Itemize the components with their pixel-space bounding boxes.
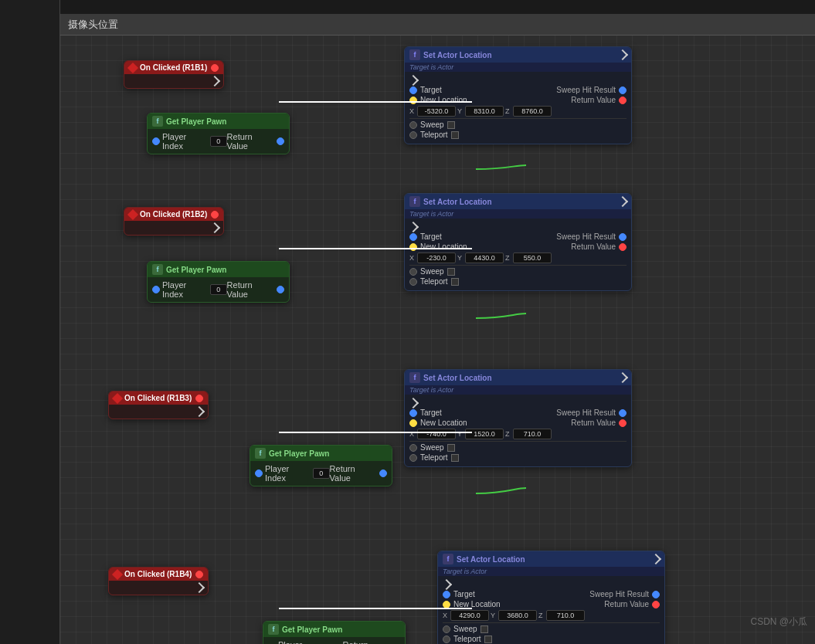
set-actor-2-target-label: Target [420,232,442,241]
set-actor-2-y-label: Y [457,254,464,262]
on-clicked-4-exec [195,584,203,591]
set-actor-2-teleport-row: Teleport [409,277,627,286]
on-clicked-1-node: On Clicked (R1B1) [124,60,224,89]
set-actor-1-sweep-row: Sweep [409,120,627,129]
set-actor-3-teleport-checkbox[interactable] [451,454,459,462]
set-actor-3-sweep-hit-pin [619,409,627,417]
get-pawn-2-return-pin [277,286,284,293]
set-actor-1-teleport-label: Teleport [420,130,448,139]
set-actor-2-divider1 [409,265,627,266]
set-actor-1-sweep-label: Sweep [420,120,444,129]
set-actor-4-y-label: Y [491,612,497,619]
set-actor-2-label: Set Actor Location [423,198,492,206]
get-pawn-1-node: f Get Player Pawn Player Index 0 Return … [147,113,290,154]
set-actor-1-target-pin [409,86,417,94]
set-actor-3-y-input[interactable] [465,429,504,439]
set-actor-1-sweep-hit-pin [619,86,627,94]
set-actor-4-x-input[interactable] [450,610,489,621]
set-actor-1-z-input[interactable] [513,106,552,117]
set-actor-3-sweep-pin [409,444,417,452]
set-actor-2-target-row: Target Sweep Hit Result [409,232,627,241]
set-actor-1-y-label: Y [457,107,464,115]
set-actor-2-exec-out [619,198,627,205]
set-actor-3-location-pin [409,419,417,427]
set-actor-2-teleport-checkbox[interactable] [451,278,459,286]
set-actor-3-exec-in-arrow [408,398,419,408]
get-pawn-2-label: Get Player Pawn [166,266,226,274]
set-actor-3-body: Target Sweep Hit Result New Location Ret… [405,395,631,466]
set-actor-3-location-row: New Location Return Value [409,419,627,427]
set-actor-4-teleport-checkbox[interactable] [484,636,492,643]
get-pawn-4-player-index-label: Player Index [278,640,324,644]
set-actor-4-sweep-checkbox[interactable] [481,625,488,633]
set-actor-1-y-input[interactable] [465,106,504,117]
set-actor-4-xyz: X Y Z [443,610,660,621]
get-pawn-1-return-pin [277,137,284,145]
set-actor-2-sweep-pin [409,268,417,276]
set-actor-4-sweep-pin [443,625,450,633]
on-clicked-4-icon [112,568,123,579]
get-pawn-3-header: f Get Player Pawn [250,446,392,461]
set-actor-3-node: f Set Actor Location Target is Actor Tar… [404,369,632,467]
set-actor-3-x-label: X [409,430,416,438]
set-actor-1-return-label: Return Value [571,96,616,104]
set-actor-4-body: Target Sweep Hit Result New Location Ret… [438,576,664,644]
set-actor-4-exec-out [652,555,660,563]
set-actor-4-new-location-label: New Location [453,600,501,608]
set-actor-1-sweep-checkbox[interactable] [447,121,455,129]
set-actor-4-y-input[interactable] [498,610,537,621]
set-actor-2-target-pin [409,233,417,241]
get-pawn-1-player-index-value[interactable]: 0 [210,136,227,147]
get-pawn-4-body: Player Index 0 Return Value [263,637,405,644]
set-actor-1-x-input[interactable] [417,106,456,117]
on-clicked-3-exec [195,408,203,415]
set-actor-2-sweep-checkbox[interactable] [447,268,455,276]
on-clicked-2-pin-out [211,211,219,219]
set-actor-1-exec-in-arrow [408,75,419,86]
set-actor-1-xyz: X Y Z [409,106,627,117]
set-actor-4-z-input[interactable] [546,610,585,621]
set-actor-3-z-label: Z [505,430,511,438]
set-actor-3-xyz: X Y Z [409,429,627,439]
on-clicked-4-node: On Clicked (R1B4) [108,567,209,595]
set-actor-2-z-input[interactable] [513,253,552,263]
get-pawn-1-player-index-pin [152,137,160,145]
set-actor-1-new-location-label: New Location [420,96,467,104]
on-clicked-2-body [124,221,223,235]
on-clicked-3-body [109,405,208,419]
on-clicked-1-exec [211,77,219,85]
set-actor-2-y-input[interactable] [465,253,504,263]
set-actor-4-sweep-label: Sweep [453,625,477,633]
set-actor-1-x-label: X [409,107,416,115]
set-actor-4-target-row: Target Sweep Hit Result [443,590,660,598]
on-clicked-3-label: On Clicked (R1B3) [124,394,192,402]
set-actor-4-x-label: X [443,612,449,619]
get-pawn-3-return: Return Value [330,464,387,483]
set-actor-3-x-input[interactable] [417,429,456,439]
get-pawn-3-player-index-value[interactable]: 0 [313,468,330,479]
set-actor-2-sweep-hit-right: Sweep Hit Result [556,232,627,241]
get-pawn-1-return-label: Return Value [227,132,274,151]
set-actor-3-target-left: Target [409,408,442,417]
watermark: CSDN @小瓜 [750,615,807,629]
get-pawn-2-player-index: Player Index 0 [152,280,227,299]
get-pawn-2-player-index-value[interactable]: 0 [210,284,227,295]
title-text: 摄像头位置 [68,18,118,32]
set-actor-2-xyz: X Y Z [409,253,627,263]
set-actor-2-x-label: X [409,254,416,262]
set-actor-3-sweep-checkbox[interactable] [447,444,455,452]
set-actor-2-x-input[interactable] [417,253,456,263]
set-actor-1-teleport-checkbox[interactable] [451,131,459,139]
sidebar [0,0,60,644]
set-actor-4-exec-out-arrow [650,554,661,564]
set-actor-1-subtitle: Target is Actor [405,63,631,72]
set-actor-3-z-input[interactable] [513,429,552,439]
get-pawn-4-return: Return Value [343,640,400,644]
get-pawn-4-return-label: Return Value [343,640,390,644]
set-actor-1-exec-left [409,76,417,84]
set-actor-1-sweep-pin [409,121,417,129]
set-actor-2-sweep-hit-label: Sweep Hit Result [556,232,616,241]
get-pawn-3-player-index-pin [255,469,263,477]
set-actor-4-return-right: Return Value [604,600,660,608]
set-actor-4-fn-icon: f [443,554,453,564]
